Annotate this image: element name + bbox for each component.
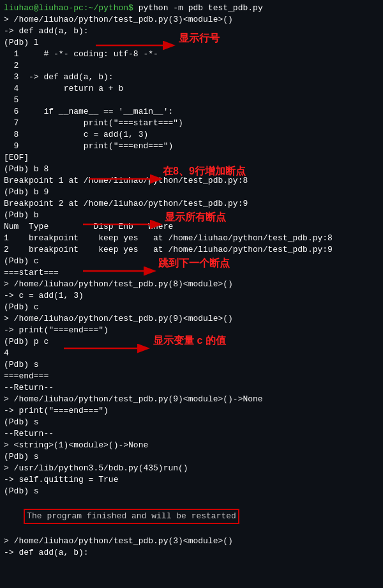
terminal-line: --Return-- [4, 382, 379, 394]
terminal-line: ===end=== [4, 371, 379, 382]
terminal-line: -> def add(a, b): [4, 26, 379, 37]
terminal-line: (Pdb) s [4, 359, 379, 371]
terminal-line: > <string>(1)<module>()->None [4, 440, 379, 451]
terminal-line: > /usr/lib/python3.5/bdb.py(435)run() [4, 463, 379, 474]
terminal-line: 5 [4, 95, 379, 106]
terminal-line: 1 breakpoint keep yes at /home/liuhao/py… [4, 233, 379, 244]
prompt-user: liuhao@liuhao-pc:~/python$ [4, 3, 133, 13]
terminal-line: -> print("===end===") [4, 405, 379, 417]
terminal-line: > /home/liuhao/python/test_pdb.py(9)<mod… [4, 313, 379, 325]
terminal-line: 8 c = add(1, 3) [4, 129, 379, 141]
terminal-line: -> def add(a, b): [4, 547, 379, 559]
terminal-line: > /home/liuhao/python/test_pdb.py(8)<mod… [4, 279, 379, 290]
terminal-line: (Pdb) p c [4, 336, 379, 348]
terminal-line: (Pdb) l [4, 37, 379, 49]
restart-message: The program finished and will be restart… [24, 509, 239, 524]
terminal-line: --Return-- [4, 428, 379, 440]
terminal-line: > /home/liuhao/python/test_pdb.py(3)<mod… [4, 14, 379, 26]
terminal-line: (Pdb) b 8 [4, 164, 379, 175]
terminal-line: 4 [4, 348, 379, 359]
terminal-line: (Pdb) s [4, 486, 379, 497]
terminal-line: 3 -> def add(a, b): [4, 72, 379, 83]
terminal-line: 4 return a + b [4, 83, 379, 95]
terminal-line: 9 print("===end===") [4, 141, 379, 152]
terminal-line: Breakpoint 2 at /home/liuhao/python/test… [4, 198, 379, 210]
terminal-line: Num Type Disp Enb Where [4, 221, 379, 233]
terminal-line: (Pdb) c [4, 302, 379, 313]
terminal-line: (Pdb) b 9 [4, 187, 379, 198]
terminal-line: [EOF] [4, 152, 379, 164]
restart-message-line: The program finished and will be restart… [4, 497, 379, 536]
terminal-line: -> print("===end===") [4, 325, 379, 336]
terminal-line: 1 # -*- coding: utf-8 -*- [4, 49, 379, 60]
terminal-line: > /home/liuhao/python/test_pdb.py(9)<mod… [4, 394, 379, 405]
terminal-line: -> self.quitting = True [4, 474, 379, 486]
terminal-line: > /home/liuhao/python/test_pdb.py(3)<mod… [4, 536, 379, 547]
terminal-line: 2 breakpoint keep yes at /home/liuhao/py… [4, 244, 379, 256]
terminal-line: liuhao@liuhao-pc:~/python$ python -m pdb… [4, 3, 379, 14]
terminal-line: (Pdb) s [4, 417, 379, 428]
terminal-line: 7 print("===start===") [4, 118, 379, 129]
terminal-line: Breakpoint 1 at /home/liuhao/python/test… [4, 175, 379, 187]
terminal-line: (Pdb) c [4, 256, 379, 267]
terminal-line: 2 [4, 60, 379, 72]
terminal-line: (Pdb) s [4, 451, 379, 463]
terminal: liuhao@liuhao-pc:~/python$ python -m pdb… [0, 0, 383, 588]
terminal-line: ===start=== [4, 267, 379, 279]
terminal-line: 6 if __name__ == '__main__': [4, 106, 379, 118]
terminal-line: -> c = add(1, 3) [4, 290, 379, 302]
terminal-line: (Pdb) b [4, 210, 379, 221]
